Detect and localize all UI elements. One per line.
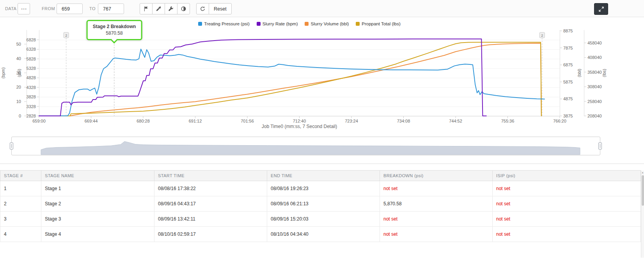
y-tick-label: 3328 [27, 104, 36, 109]
x-tick-label: 734:08 [397, 119, 410, 123]
table-row[interactable]: 3Stage 308/09/16 13:42:1108/09/16 15:20:… [0, 212, 641, 227]
x-tick-label: 680:28 [137, 119, 150, 123]
legend-label: Proppant Total (lbs) [362, 21, 401, 26]
column-header[interactable]: STAGE # [0, 171, 41, 181]
y-tick-label: 50 [16, 42, 21, 46]
cell-name: Stage 4 [41, 227, 154, 242]
y-axis-title: (bpm) [1, 68, 5, 79]
contrast-tool-button[interactable] [177, 3, 190, 14]
column-header[interactable]: START TIME [154, 171, 267, 181]
y-axis-title: (bbl) [577, 69, 582, 77]
scrollbar-thumb[interactable] [642, 175, 644, 206]
y-tick-label: 2828 [27, 114, 36, 118]
navigator-chart [12, 137, 600, 155]
flag-tool-button[interactable] [140, 3, 153, 14]
x-tick-label: 669:44 [85, 119, 98, 123]
y-tick-label: 358040 [587, 70, 602, 75]
x-axis-title: Job Time0 (mm:ss, 7 Second Detail) [262, 124, 337, 129]
cell-end: 08/09/16 15:20:03 [267, 212, 380, 227]
eyedropper-tool-button[interactable] [152, 3, 165, 14]
ellipsis-icon: ⋯ [21, 5, 27, 12]
column-header[interactable]: ISIP (psi) [493, 171, 641, 181]
y-tick-label: 6875 [563, 62, 573, 67]
stage-marker-label: 2 [541, 34, 543, 37]
refresh-icon [200, 6, 206, 12]
cell-breakdown: not set [380, 227, 493, 242]
cell-name: Stage 2 [41, 196, 154, 212]
chart-navigator[interactable] [11, 137, 600, 155]
y-tick-label: 5875 [563, 80, 573, 84]
y-tick-label: 3875 [563, 114, 573, 118]
reset-button[interactable]: Reset [209, 3, 232, 14]
cell-start: 08/10/16 02:59:17 [154, 227, 267, 242]
cell-breakdown: 5,870.58 [380, 196, 493, 212]
y-tick-label: 308040 [587, 84, 602, 89]
x-tick-label: 744:52 [449, 119, 462, 123]
to-label: TO [89, 6, 96, 11]
from-label: FROM [42, 6, 55, 11]
data-menu-button[interactable]: ⋯ [18, 3, 30, 14]
cell-name: Stage 1 [41, 181, 154, 196]
cell-isip: not set [493, 196, 641, 212]
column-header[interactable]: STAGE NAME [41, 171, 154, 181]
to-input[interactable] [98, 4, 124, 14]
fullscreen-button[interactable] [594, 3, 608, 15]
y-tick-label: 0 [19, 114, 21, 118]
legend-label: Slurry Rate (bpm) [263, 21, 298, 26]
tooltip-value: 5870.58 [93, 30, 136, 36]
legend-swatch [198, 22, 202, 26]
cell-end: 08/09/16 06:21:13 [267, 196, 380, 212]
cell-name: Stage 3 [41, 212, 154, 227]
legend-item[interactable]: Slurry Rate (bpm) [257, 21, 298, 26]
y-tick-label: 4875 [563, 96, 573, 101]
x-tick-label: 755:36 [501, 119, 514, 123]
legend-item[interactable]: Slurry Volume (bbl) [305, 21, 349, 26]
wrench-tool-button[interactable] [165, 3, 177, 14]
cell-isip: not set [493, 212, 641, 227]
cell-end: 08/08/16 19:26:23 [267, 181, 380, 196]
column-header[interactable]: BREAKDOWN (psi) [380, 171, 493, 181]
stage-table: STAGE #STAGE NAMESTART TIMEEND TIMEBREAK… [0, 170, 641, 242]
tooltip-title: Stage 2 Breakdown [93, 24, 136, 29]
cell-end: 08/10/16 04:34:40 [267, 227, 380, 242]
legend-label: Treating Pressure (psi) [204, 21, 250, 26]
legend-label: Slurry Volume (bbl) [310, 21, 349, 26]
y-tick-label: 208040 [587, 114, 602, 118]
y-tick-label: 5828 [27, 57, 36, 61]
y-axis-title: (lbs) [602, 69, 607, 77]
table-row[interactable]: 4Stage 408/10/16 02:59:1708/10/16 04:34:… [0, 227, 641, 242]
table-row[interactable]: 1Stage 108/08/16 17:38:2208/08/16 19:26:… [0, 181, 641, 196]
x-tick-label: 723:24 [345, 119, 358, 123]
column-header[interactable]: END TIME [267, 171, 380, 181]
legend-item[interactable]: Treating Pressure (psi) [198, 21, 250, 26]
cell-isip: not set [493, 181, 641, 196]
expand-icon [598, 6, 604, 12]
flag-icon [143, 6, 149, 12]
cell-start: 08/09/16 04:43:17 [154, 196, 267, 212]
refresh-button[interactable] [196, 3, 209, 14]
y-tick-label: 4828 [27, 75, 36, 80]
cell-num: 2 [0, 196, 41, 212]
table-row[interactable]: 2Stage 208/09/16 04:43:1708/09/16 06:21:… [0, 196, 641, 212]
legend-swatch [356, 22, 360, 26]
legend-item[interactable]: Proppant Total (lbs) [356, 21, 401, 26]
x-tick-label: 659:00 [32, 119, 46, 123]
scrollbar-up-icon[interactable]: ▲ [641, 171, 644, 175]
navigator-left-handle[interactable] [10, 142, 13, 149]
navigator-right-handle[interactable] [598, 142, 602, 149]
series-line-bpm[interactable] [39, 39, 486, 116]
y-tick-label: 258040 [587, 99, 602, 104]
stage-table-section: STAGE #STAGE NAMESTART TIMEEND TIMEBREAK… [0, 164, 644, 258]
table-scrollbar[interactable]: ▲ [641, 171, 644, 258]
toolbar: DATA ⋯ FROM TO Reset [0, 0, 644, 17]
from-input[interactable] [57, 4, 83, 14]
y-tick-label: 458040 [587, 41, 602, 45]
y-tick-label: 5328 [27, 66, 36, 71]
cell-breakdown: not set [380, 181, 493, 196]
cell-start: 08/08/16 17:38:22 [154, 181, 267, 196]
x-tick-label: 691:12 [189, 119, 202, 123]
y-tick-label: 10 [16, 99, 21, 104]
wrench-icon [168, 6, 174, 12]
legend-swatch [257, 22, 261, 26]
refresh-reset-group: Reset [196, 3, 232, 14]
